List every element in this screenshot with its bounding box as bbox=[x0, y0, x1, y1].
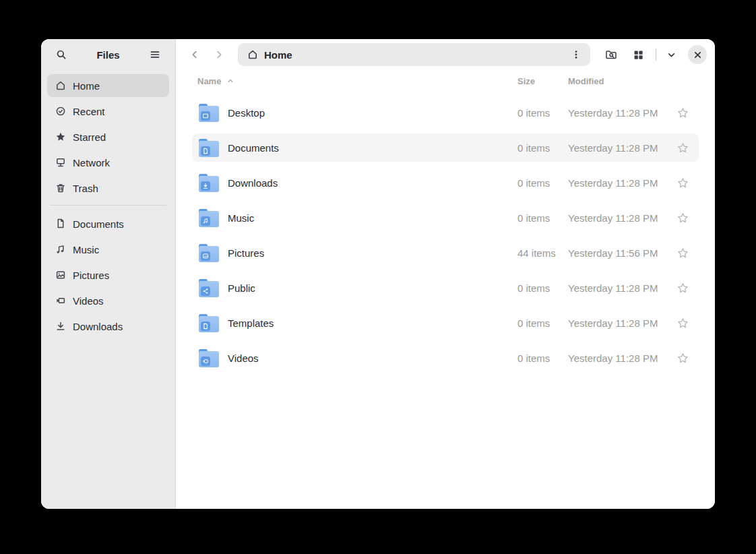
video-camera-icon bbox=[55, 295, 66, 306]
star-toggle[interactable] bbox=[674, 245, 691, 261]
network-icon bbox=[55, 157, 66, 168]
star-outline-icon bbox=[677, 282, 689, 294]
templates-emblem-icon bbox=[201, 321, 210, 331]
file-row-videos[interactable]: Videos 0 items Yesterday 11:28 PM bbox=[192, 344, 699, 372]
sidebar-item-label: Network bbox=[73, 157, 110, 168]
sidebar-item-network[interactable]: Network bbox=[47, 151, 169, 174]
sidebar-item-home[interactable]: Home bbox=[47, 74, 169, 97]
file-size: 0 items bbox=[517, 317, 568, 329]
search-icon bbox=[56, 49, 67, 60]
file-name: Documents bbox=[228, 142, 517, 154]
star-toggle[interactable] bbox=[674, 280, 691, 296]
star-toggle[interactable] bbox=[674, 140, 691, 156]
sidebar-item-starred[interactable]: Starred bbox=[47, 125, 169, 148]
star-toggle[interactable] bbox=[674, 350, 691, 366]
sidebar-item-trash[interactable]: Trash bbox=[47, 177, 169, 199]
sidebar-item-documents[interactable]: Documents bbox=[47, 212, 169, 235]
sidebar-item-label: Downloads bbox=[73, 321, 123, 332]
desktop-emblem-icon bbox=[201, 111, 210, 121]
sidebar-item-label: Documents bbox=[73, 218, 124, 230]
star-outline-icon bbox=[677, 107, 689, 119]
sidebar-item-music[interactable]: Music bbox=[47, 238, 169, 261]
current-folder-label: Home bbox=[264, 49, 560, 61]
file-name: Music bbox=[228, 212, 517, 224]
music-note-icon bbox=[55, 244, 66, 255]
file-name: Downloads bbox=[228, 177, 517, 189]
header-actions bbox=[600, 43, 707, 66]
file-modified: Yesterday 11:28 PM bbox=[568, 142, 666, 154]
file-name: Desktop bbox=[228, 107, 517, 119]
star-outline-icon bbox=[677, 247, 689, 259]
star-toggle[interactable] bbox=[674, 210, 691, 226]
grid-view-icon bbox=[633, 49, 644, 61]
path-bar[interactable]: Home bbox=[238, 43, 590, 66]
column-header-modified[interactable]: Modified bbox=[568, 76, 666, 86]
files-app-window: Files Home bbox=[41, 39, 715, 509]
file-row-templates[interactable]: Templates 0 items Yesterday 11:28 PM bbox=[192, 309, 699, 337]
back-button[interactable] bbox=[184, 44, 206, 65]
file-size: 0 items bbox=[517, 282, 568, 294]
file-modified: Yesterday 11:28 PM bbox=[568, 352, 666, 364]
share-emblem-icon bbox=[201, 286, 210, 296]
chevron-left-icon bbox=[189, 49, 200, 60]
star-icon bbox=[55, 131, 66, 142]
search-everywhere-button[interactable] bbox=[600, 43, 623, 66]
file-list: Desktop 0 items Yesterday 11:28 PM Docum… bbox=[176, 98, 715, 509]
file-modified: Yesterday 11:28 PM bbox=[568, 317, 666, 329]
sidebar-item-downloads[interactable]: Downloads bbox=[47, 315, 169, 338]
folder-downloads-icon bbox=[199, 174, 219, 192]
chevron-right-icon bbox=[214, 49, 224, 60]
file-row-documents[interactable]: Documents 0 items Yesterday 11:28 PM bbox=[192, 133, 699, 162]
file-size: 0 items bbox=[517, 142, 568, 154]
folder-templates-icon bbox=[199, 314, 219, 332]
sidebar-item-pictures[interactable]: Pictures bbox=[47, 264, 169, 286]
file-row-music[interactable]: Music 0 items Yesterday 11:28 PM bbox=[192, 204, 699, 232]
file-name: Pictures bbox=[228, 247, 517, 259]
file-modified: Yesterday 11:28 PM bbox=[568, 282, 666, 294]
sidebar-item-label: Recent bbox=[73, 106, 105, 117]
file-row-desktop[interactable]: Desktop 0 items Yesterday 11:28 PM bbox=[192, 98, 699, 127]
file-row-public[interactable]: Public 0 items Yesterday 11:28 PM bbox=[192, 274, 699, 302]
star-outline-icon bbox=[677, 212, 689, 224]
content-pane: Home bbox=[176, 39, 715, 509]
documents-emblem-icon bbox=[201, 146, 210, 156]
folder-pictures-icon bbox=[199, 244, 219, 262]
column-header-size[interactable]: Size bbox=[517, 76, 568, 86]
file-size: 0 items bbox=[517, 107, 568, 119]
main-menu-button[interactable] bbox=[144, 43, 166, 66]
sidebar-item-label: Videos bbox=[73, 295, 104, 307]
view-options-button[interactable] bbox=[662, 43, 680, 66]
sidebar-item-videos[interactable]: Videos bbox=[47, 289, 169, 312]
list-column-headers: Name Size Modified bbox=[192, 73, 699, 89]
downloads-emblem-icon bbox=[201, 181, 210, 191]
star-toggle[interactable] bbox=[674, 315, 691, 331]
star-outline-icon bbox=[677, 317, 689, 329]
file-size: 0 items bbox=[517, 212, 568, 224]
view-toggle-button[interactable] bbox=[627, 43, 650, 66]
file-row-pictures[interactable]: Pictures 44 items Yesterday 11:56 PM bbox=[192, 239, 699, 267]
close-window-button[interactable] bbox=[688, 45, 707, 64]
star-toggle[interactable] bbox=[674, 104, 691, 121]
star-toggle[interactable] bbox=[674, 175, 691, 191]
folder-desktop-icon bbox=[199, 104, 219, 122]
column-header-name[interactable]: Name bbox=[197, 76, 221, 86]
sidebar-list: Home Recent Starred bbox=[41, 70, 175, 344]
file-size: 44 items bbox=[517, 247, 568, 259]
download-icon bbox=[55, 321, 66, 332]
sidebar-separator bbox=[50, 205, 166, 206]
sidebar-item-label: Starred bbox=[73, 131, 106, 143]
search-button[interactable] bbox=[50, 43, 73, 66]
home-icon bbox=[247, 49, 258, 60]
file-modified: Yesterday 11:28 PM bbox=[568, 177, 666, 189]
path-menu-button[interactable] bbox=[566, 44, 586, 65]
sidebar-item-label: Music bbox=[73, 244, 99, 255]
file-row-downloads[interactable]: Downloads 0 items Yesterday 11:28 PM bbox=[192, 168, 699, 197]
folder-videos-icon bbox=[199, 349, 219, 367]
sidebar-item-recent[interactable]: Recent bbox=[47, 100, 169, 123]
forward-button[interactable] bbox=[208, 44, 230, 65]
sidebar-header: Files bbox=[41, 39, 175, 70]
header-separator bbox=[656, 49, 656, 61]
star-outline-icon bbox=[677, 142, 689, 154]
sidebar-item-label: Pictures bbox=[73, 270, 109, 281]
folder-music-icon bbox=[199, 209, 219, 227]
